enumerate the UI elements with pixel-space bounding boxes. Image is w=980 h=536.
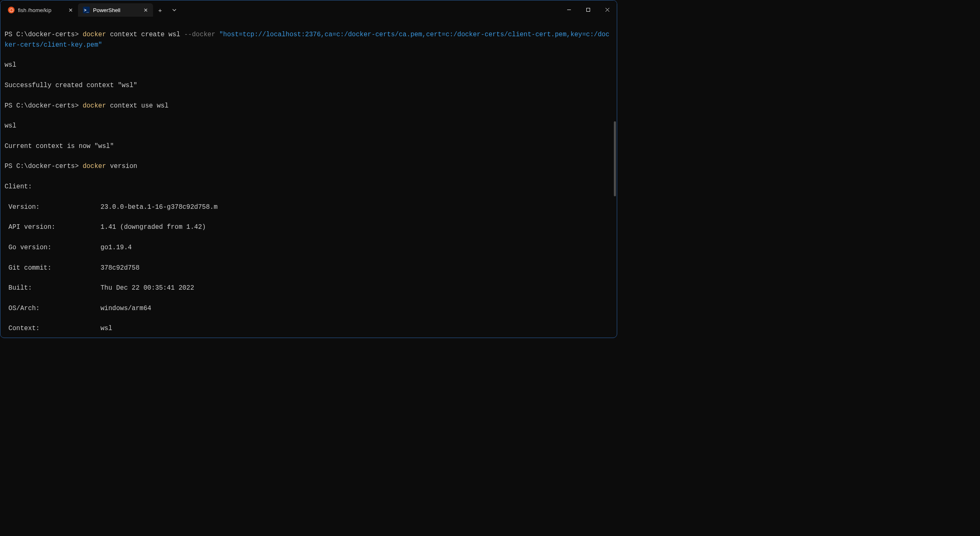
scrollbar-thumb[interactable] <box>614 121 616 196</box>
kv-row: Built:Thu Dec 22 00:35:41 2022 <box>5 283 613 293</box>
cmd-token: docker <box>83 163 106 170</box>
chevron-down-icon <box>172 8 177 13</box>
terminal-output[interactable]: PS C:\docker-certs> docker context creat… <box>0 17 617 338</box>
cmd-args: context create wsl <box>106 31 184 38</box>
kv-value: go1.19.4 <box>101 243 132 253</box>
output-line: wsl <box>5 121 613 131</box>
close-window-button[interactable] <box>598 3 617 16</box>
close-icon[interactable]: ✕ <box>142 7 149 13</box>
kv-value: 1.41 (downgraded from 1.42) <box>101 222 206 232</box>
cmd-line: PS C:\docker-certs> docker context use w… <box>5 101 613 111</box>
minimize-button[interactable] <box>559 3 578 16</box>
kv-row: Git commit:378c92d758 <box>5 263 613 273</box>
kv-key: Built: <box>5 283 101 293</box>
cmd-flag: --docker <box>184 31 215 38</box>
cmd-space <box>215 31 219 38</box>
kv-row: Context:wsl <box>5 323 613 333</box>
prompt: PS C:\docker-certs> <box>5 102 83 110</box>
tab-fish[interactable]: fish /home/kip ✕ <box>3 3 78 17</box>
cmd-line: PS C:\docker-certs> docker context creat… <box>5 30 613 50</box>
prompt: PS C:\docker-certs> <box>5 163 83 170</box>
cmd-token: docker <box>83 31 106 38</box>
kv-value: wsl <box>101 323 112 333</box>
tab-dropdown-button[interactable] <box>167 3 181 17</box>
new-tab-button[interactable]: + <box>153 3 167 17</box>
output-line: wsl <box>5 60 613 70</box>
titlebar: fish /home/kip ✕ >_ PowerShell ✕ + <box>0 0 617 17</box>
section-header: Client: <box>5 182 613 192</box>
svg-rect-1 <box>586 8 590 11</box>
kv-row: Version:23.0.0-beta.1-16-g378c92d758.m <box>5 202 613 212</box>
kv-key: Context: <box>5 323 101 333</box>
kv-key: Go version: <box>5 243 101 253</box>
kv-row: OS/Arch:windows/arm64 <box>5 303 613 313</box>
ubuntu-icon <box>8 7 15 13</box>
prompt: PS C:\docker-certs> <box>5 31 83 38</box>
window-controls <box>559 1 617 16</box>
kv-key: API version: <box>5 222 101 232</box>
tab-title: fish /home/kip <box>18 7 64 13</box>
kv-key: OS/Arch: <box>5 303 101 313</box>
kv-key: Version: <box>5 202 101 212</box>
cmd-token: docker <box>83 102 106 110</box>
close-icon[interactable]: ✕ <box>67 7 74 13</box>
kv-value: 23.0.0-beta.1-16-g378c92d758.m <box>101 202 218 212</box>
output-line: Current context is now "wsl" <box>5 141 613 151</box>
kv-key: Git commit: <box>5 263 101 273</box>
powershell-icon: >_ <box>83 7 90 13</box>
kv-value: windows/arm64 <box>101 303 151 313</box>
kv-value: Thu Dec 22 00:35:41 2022 <box>101 283 194 293</box>
kv-value: 378c92d758 <box>101 263 140 273</box>
output-line: Successfully created context "wsl" <box>5 80 613 90</box>
kv-row: API version:1.41 (downgraded from 1.42) <box>5 222 613 232</box>
cmd-args: version <box>106 163 137 170</box>
kv-row: Go version:go1.19.4 <box>5 243 613 253</box>
tab-powershell[interactable]: >_ PowerShell ✕ <box>78 3 153 17</box>
maximize-button[interactable] <box>578 3 598 16</box>
tab-title: PowerShell <box>93 7 139 13</box>
cmd-line: PS C:\docker-certs> docker version <box>5 161 613 171</box>
cmd-args: context use wsl <box>106 102 168 110</box>
